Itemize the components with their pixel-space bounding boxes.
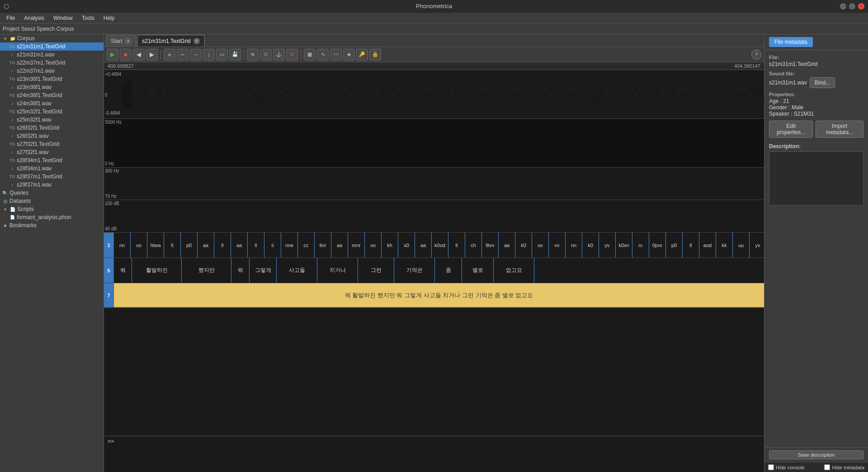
phoneme-cell-17[interactable]: s0 [398,233,415,257]
phoneme-cell-37[interactable]: uu [733,233,750,257]
menu-tools[interactable]: Tools [77,14,99,22]
phoneme-cell-21[interactable]: ch [465,233,482,257]
sidebar-item-s28f34m1-wav[interactable]: ♪ s28f34m1.wav [0,164,104,173]
key-button[interactable]: 🔑 [356,49,368,61]
phoneme-cell-3[interactable]: ll [164,233,181,257]
phoneme-cell-1[interactable]: oo [131,233,147,257]
phoneme-cell-24[interactable]: k0 [515,233,532,257]
sidebar-item-s24m36f1-textgrid[interactable]: TG s24m36f1.TextGrid [0,91,104,99]
phoneme-cell-6[interactable]: ll [214,233,231,257]
word-cell-1[interactable]: 활발하진 [132,258,182,283]
menu-analysis[interactable]: Analysis [19,14,49,22]
phoneme-cell-0[interactable]: nn [114,233,131,257]
sidebar-datasets[interactable]: ▦ Datasets [0,197,104,205]
fit-vertical-button[interactable]: ↕ [203,49,215,61]
lock-button[interactable]: 🔒 [369,49,381,61]
spectrogram-button[interactable]: ▦ [304,49,316,61]
phoneme-cell-27[interactable]: nn [566,233,582,257]
menu-window[interactable]: Window [49,14,77,22]
phoneme-cell-18[interactable]: aa [415,233,432,257]
edit-properties-button[interactable]: Edit properties... [769,121,813,138]
sidebar-item-s22m37m1-wav[interactable]: ♪ s22m37m1.wav [0,67,104,75]
word-cell-11[interactable]: 없고요 [494,258,534,283]
sidebar-item-s23m36f1-wav[interactable]: ♪ s23m36f1.wav [0,83,104,91]
description-textarea[interactable] [769,151,863,206]
save-description-button[interactable]: Save description [769,450,863,459]
phoneme-cell-20[interactable]: ll [448,233,465,257]
word-cell-10[interactable]: 별로 [462,258,494,283]
tab-close-button[interactable]: × [193,38,200,44]
word-cell-5[interactable]: 사고들 [277,258,317,283]
sidebar-item-formant-analysis[interactable]: 📄 formant_analysis.phon [0,213,104,221]
tab-start[interactable]: Start ● [106,35,136,47]
tab-textgrid[interactable]: s21m31m1.TextGrid × [137,35,204,47]
formants-button[interactable]: ◈ [343,49,355,61]
phoneme-cell-5[interactable]: aa [198,233,214,257]
phoneme-cell-8[interactable]: ll [248,233,264,257]
menu-file[interactable]: File [2,14,19,22]
sidebar-item-s27f32f1-textgrid[interactable]: TG s27f32f1.TextGrid [0,140,104,148]
sidebar-item-s23m36f1-textgrid[interactable]: TG s23m36f1.TextGrid [0,75,104,83]
sidebar-item-s26f32f1-textgrid[interactable]: TG s26f32f1.TextGrid [0,124,104,132]
sidebar-item-s21m31m1-wav[interactable]: ♪ s21m31m1.wav [0,51,104,59]
phoneme-cell-33[interactable]: p0 [666,233,683,257]
close-button[interactable]: × [858,3,864,9]
list-button[interactable]: ≡ [247,49,259,61]
forward-button[interactable]: ▶ [146,49,158,61]
sidebar-item-s29f37m1-textgrid[interactable]: TG s29f37m1.TextGrid [0,173,104,181]
word-cell-9[interactable]: 좀 [435,258,462,283]
phoneme-cell-34[interactable]: ll [683,233,699,257]
tier-1-content[interactable]: nnoohtwallp0aallaalliinneccllnraanrnrook… [114,233,764,257]
phoneme-cell-30[interactable]: k0xn [616,233,632,257]
phoneme-cell-38[interactable]: yv [750,233,764,257]
bind-button[interactable]: Bind... [810,77,835,88]
phoneme-cell-4[interactable]: p0 [181,233,198,257]
word-cell-3[interactable]: 뭐 [231,258,250,283]
hide-console-checkbox[interactable] [768,464,774,470]
phoneme-cell-12[interactable]: llnr [315,233,331,257]
tier-5-number[interactable]: 5 [104,258,114,283]
phoneme-cell-25[interactable]: ox [532,233,549,257]
word-cell-8[interactable]: 기억은 [394,258,435,283]
phoneme-cell-15[interactable]: oo [365,233,382,257]
phoneme-cell-14[interactable]: nrnr [348,233,365,257]
sidebar-corpus[interactable]: ▾ 📁 Corpus [0,34,104,42]
intensity-button[interactable]: 〰 [330,49,342,61]
phoneme-cell-32[interactable]: 0pnr [649,233,666,257]
word-cell-4[interactable]: 그렇게 [250,258,277,283]
sidebar-item-s28f34m1-textgrid[interactable]: TG s28f34m1.TextGrid [0,156,104,164]
phoneme-cell-35[interactable]: aod [699,233,716,257]
sidebar-scripts[interactable]: ▾ 📄 Scripts [0,205,104,213]
sidebar-bookmarks[interactable]: ★ Bookmarks [0,221,104,229]
save-button[interactable]: 💾 [229,49,241,61]
tier-7-content[interactable]: 뭐 활발하진 했지만 뭐 그렇게 사고들 치거나 그런 기억은 좀 별로 없고요 [114,283,764,307]
phoneme-cell-9[interactable]: ii [264,233,281,257]
phoneme-cell-11[interactable]: cc [298,233,315,257]
phoneme-cell-36[interactable]: kk [716,233,733,257]
waveform-button[interactable]: ▭ [216,49,228,61]
zoom-out-button[interactable]: − [177,49,189,61]
hide-metadata-check[interactable]: Hide metadata [824,464,864,470]
console-panel[interactable]: >> [104,436,764,472]
minimize-button[interactable]: − [840,3,846,9]
phoneme-cell-13[interactable]: aa [331,233,348,257]
word-cell-7[interactable]: 그런 [358,258,394,283]
sidebar-item-s24m36f1-wav[interactable]: ♪ s24m36f1.wav [0,99,104,107]
sidebar-item-s21m31m1-textgrid[interactable]: TG s21m31m1.TextGrid [0,42,104,51]
word-cell-0[interactable]: 뭐 [114,258,132,283]
phoneme-cell-10[interactable]: nne [281,233,298,257]
phoneme-cell-19[interactable]: k0od [432,233,448,257]
word-cell-2[interactable]: 했지만 [182,258,231,283]
anchor-button[interactable]: ⚓ [273,49,285,61]
tier-5-content[interactable]: 뭐활발하진했지만뭐그렇게사고들치거나그런기억은좀별로없고요 [114,258,764,283]
file-metadata-tab[interactable]: File metadata [769,37,813,47]
stop-button[interactable]: ■ [120,49,132,61]
phoneme-cell-28[interactable]: k0 [582,233,599,257]
phoneme-cell-2[interactable]: htwa [147,233,164,257]
phoneme-cell-26[interactable]: vv [549,233,566,257]
maximize-button[interactable]: □ [849,3,855,9]
sidebar-item-s26f32f1-wav[interactable]: ♪ s26f32f1.wav [0,132,104,140]
tier-1-number[interactable]: 1 [104,233,114,257]
sidebar-item-s22m37m1-textgrid[interactable]: TG s22m37m1.TextGrid [0,59,104,67]
zoom-in-button[interactable]: + [164,49,175,61]
